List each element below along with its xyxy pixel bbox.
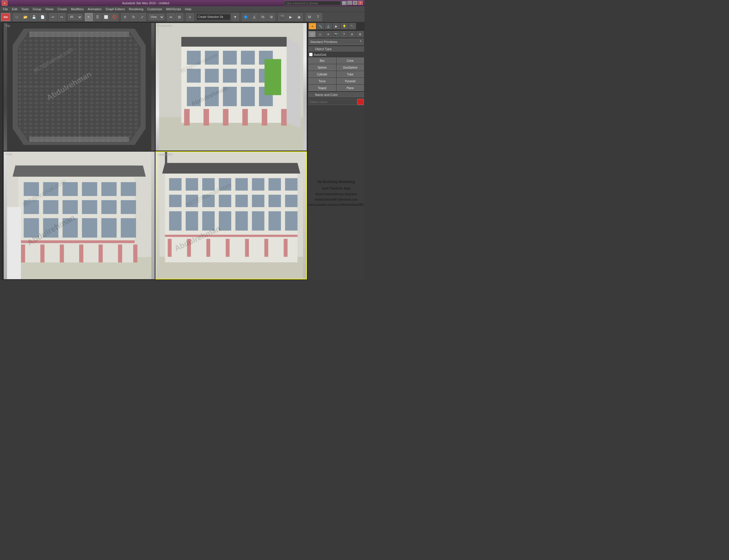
primitive-type-dropdown[interactable]: Standard Primitives Extended Primitives … <box>309 39 363 45</box>
torus-btn[interactable]: Torus <box>308 78 336 84</box>
sphere-btn[interactable]: Sphere <box>308 64 336 71</box>
viewport-top-left[interactable]: Top <box>3 23 155 151</box>
mirror-btn[interactable]: ⇔ <box>167 13 175 21</box>
select-tool-btn[interactable]: ↖ <box>85 13 93 21</box>
menu-group[interactable]: Group <box>31 7 43 11</box>
menu-animation[interactable]: Animation <box>86 7 103 11</box>
menu-help[interactable]: Help <box>183 7 193 11</box>
motion-tab[interactable]: ▶ <box>332 23 340 29</box>
cylinder-btn[interactable]: Cylinder <box>308 71 336 77</box>
menu-create[interactable]: Create <box>56 7 69 11</box>
collapse-icon-2: - <box>310 93 314 96</box>
app-logo[interactable]: 3 <box>2 1 7 6</box>
teapot-btn[interactable]: Teapot <box>308 85 336 91</box>
svg-rect-9 <box>29 137 129 142</box>
svg-rect-100 <box>219 211 231 230</box>
search-btn[interactable]: 🔍 <box>342 1 346 5</box>
geosphere-btn[interactable]: GeoSphere <box>336 64 364 71</box>
svg-rect-24 <box>241 69 255 83</box>
menu-customize[interactable]: Customize <box>145 7 164 11</box>
circle-select-btn[interactable]: ⭕ <box>110 13 118 21</box>
svg-rect-33 <box>204 109 209 125</box>
menu-file[interactable]: File <box>1 7 10 11</box>
plane-btn[interactable]: Plane <box>336 85 364 91</box>
primitive-type-select[interactable]: Standard Primitives Extended Primitives … <box>309 39 363 45</box>
maximize-btn[interactable]: □ <box>353 1 357 5</box>
tube-btn[interactable]: Tube <box>336 71 364 77</box>
cone-btn[interactable]: Cone <box>336 57 364 64</box>
active-shade-btn[interactable]: ◉ <box>295 13 303 21</box>
spacewarps-subtab[interactable]: ≋ <box>348 31 356 37</box>
snap-percent-btn[interactable]: % <box>259 13 267 21</box>
minimize-btn[interactable]: _ <box>347 1 352 5</box>
menu-maxscript[interactable]: MAXScript <box>164 7 182 11</box>
svg-rect-73 <box>7 207 21 279</box>
create-selection-dropdown[interactable]: ▼ <box>231 13 239 21</box>
content-area: Top <box>0 22 364 280</box>
utilities-tab[interactable]: 🔨 <box>348 23 356 29</box>
redo-btn[interactable]: ↪ <box>57 13 65 21</box>
snap-btn[interactable]: 🔷 <box>242 13 250 21</box>
svg-rect-37 <box>281 109 286 125</box>
open-btn[interactable]: 📂 <box>21 13 29 21</box>
logo-btn[interactable]: 3ds <box>1 13 10 21</box>
svg-rect-104 <box>285 211 297 230</box>
viewport-bottom-right[interactable]: Camera001 <box>155 151 307 279</box>
rect-select-btn[interactable]: ⬜ <box>102 13 110 21</box>
menu-views[interactable]: Views <box>44 7 55 11</box>
menu-rendering[interactable]: Rendering <box>127 7 145 11</box>
create-selection-input[interactable] <box>196 14 231 20</box>
viewport-top-right[interactable]: Perspective <box>155 23 307 151</box>
shapes-subtab[interactable]: ◻ <box>316 31 324 37</box>
object-name-input[interactable] <box>309 99 356 105</box>
rotate-btn[interactable]: ↻ <box>130 13 137 21</box>
view-select[interactable]: View World Screen <box>149 14 164 20</box>
svg-rect-51 <box>101 182 117 196</box>
move-btn[interactable]: ✛ <box>121 13 129 21</box>
left-sidebar <box>0 22 3 280</box>
lights-subtab[interactable]: ☀ <box>324 31 332 37</box>
svg-rect-8 <box>29 31 129 37</box>
save-btn[interactable]: 💾 <box>30 13 38 21</box>
geometry-subtab[interactable]: ⬡ <box>308 31 316 37</box>
modify-tab[interactable]: 🔧 <box>317 23 324 29</box>
render-btn[interactable]: ▶ <box>286 13 294 21</box>
layers-btn[interactable]: ≡ <box>186 13 194 21</box>
select-by-name-btn[interactable]: ☰ <box>93 13 101 21</box>
helpers-subtab[interactable]: ? <box>340 31 348 37</box>
svg-rect-34 <box>223 109 228 125</box>
material-editor-btn[interactable]: M <box>305 13 313 21</box>
menu-modifiers[interactable]: Modifiers <box>69 7 85 11</box>
keyword-search-input[interactable] <box>284 1 341 5</box>
scale-btn[interactable]: ⤢ <box>138 13 146 21</box>
create-tab[interactable]: + <box>309 23 316 29</box>
svg-rect-29 <box>241 87 255 106</box>
svg-rect-69 <box>79 244 83 262</box>
svg-marker-38 <box>287 37 301 128</box>
object-type-header[interactable]: - Object Type <box>308 46 364 52</box>
menu-graph-editors[interactable]: Graph Editors <box>104 7 127 11</box>
autogrid-checkbox[interactable] <box>309 53 313 56</box>
render-setup-btn[interactable]: 🎬 <box>278 13 286 21</box>
undo-btn[interactable]: ↩ <box>49 13 57 21</box>
snap-angle-btn[interactable]: ∠ <box>250 13 258 21</box>
color-swatch[interactable] <box>357 99 363 105</box>
snap-spinner-btn[interactable]: ⚙ <box>267 13 275 21</box>
menu-tools[interactable]: Tools <box>20 7 30 11</box>
menu-edit[interactable]: Edit <box>10 7 19 11</box>
box-btn[interactable]: Box <box>308 57 336 64</box>
save-as-btn[interactable]: 📄 <box>38 13 46 21</box>
align-btn[interactable]: ⊞ <box>175 13 183 21</box>
systems-subtab[interactable]: ⚙ <box>356 31 363 37</box>
selection-filter[interactable]: All Geometry Shapes <box>68 14 82 20</box>
render-to-tex-btn[interactable]: T <box>314 13 322 21</box>
display-tab[interactable]: 💡 <box>340 23 348 29</box>
cameras-subtab[interactable]: 📷 <box>332 31 340 37</box>
title-bar-left: 3 <box>2 1 7 6</box>
name-color-header[interactable]: - Name and Color <box>308 92 364 97</box>
hierarchy-tab[interactable]: ⚓ <box>324 23 332 29</box>
pyramid-btn[interactable]: Pyramid <box>336 78 364 84</box>
close-btn[interactable]: ✕ <box>358 1 363 5</box>
viewport-bottom-left[interactable]: Front <box>3 151 155 279</box>
new-btn[interactable]: □ <box>13 13 21 21</box>
